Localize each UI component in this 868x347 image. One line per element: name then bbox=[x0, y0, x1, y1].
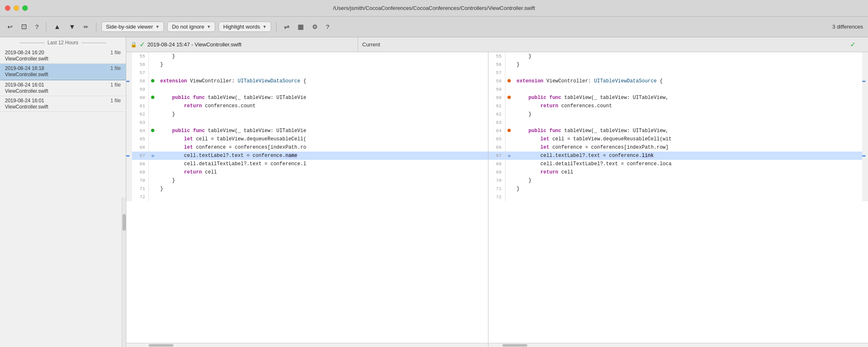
scroll-col bbox=[126, 143, 132, 152]
window-title: /Users/jsmith/CocoaConferences/CocoaConf… bbox=[333, 5, 535, 11]
minimize-button[interactable] bbox=[14, 5, 19, 11]
code-cell: } bbox=[513, 110, 862, 118]
close-button[interactable] bbox=[5, 5, 10, 11]
undo-button[interactable]: ↩ bbox=[5, 22, 15, 32]
line-num: 62 bbox=[488, 110, 505, 118]
check-mark-right: ✓ bbox=[850, 41, 856, 48]
scroll-col bbox=[862, 118, 868, 127]
scroll-col bbox=[862, 127, 868, 135]
table-row: 55 } bbox=[488, 52, 868, 60]
code-cell bbox=[157, 118, 488, 127]
scroll-col bbox=[126, 60, 132, 69]
edit-button[interactable]: ✏ bbox=[81, 22, 91, 32]
scroll-col bbox=[126, 127, 132, 135]
highlight-mode-dropdown[interactable]: Highlight words ▼ bbox=[219, 22, 271, 32]
sidebar-item-filename: ViewController.swift bbox=[5, 72, 121, 77]
diff-indicator-orange bbox=[507, 79, 511, 82]
right-code-table: 55 } 56 } bbox=[488, 52, 868, 201]
sidebar-item-date: 2019-08-24 16:01 bbox=[5, 98, 44, 104]
sidebar-item-date: 2019-08-24 16:18 bbox=[5, 65, 44, 71]
diff-indicator bbox=[151, 129, 154, 132]
left-code-table: 55 } 56 } bbox=[126, 52, 488, 201]
line-num: 66 bbox=[132, 143, 149, 152]
table-row: 68 cell.detailTextLabel?.text = conferen… bbox=[126, 160, 488, 168]
settings-button[interactable]: ⚙ bbox=[310, 22, 320, 32]
help-button[interactable]: ? bbox=[33, 22, 41, 32]
help2-button[interactable]: ? bbox=[323, 22, 332, 32]
code-cell: } bbox=[513, 52, 862, 60]
scroll-col bbox=[862, 143, 868, 152]
code-cell: } bbox=[513, 60, 862, 69]
maximize-button[interactable] bbox=[22, 5, 28, 11]
gutter bbox=[505, 160, 513, 168]
split-view-button[interactable]: ⇌ bbox=[281, 21, 292, 32]
content-area: 🔒 ✓ 2019-08-24 15:47 - ViewController.sw… bbox=[126, 37, 868, 347]
sidebar-item[interactable]: 2019-08-24 16:01 1 file ViewController.s… bbox=[0, 96, 126, 112]
gutter bbox=[149, 52, 157, 60]
line-num: 70 bbox=[132, 176, 149, 185]
gutter bbox=[505, 168, 513, 176]
line-num: 60 bbox=[132, 94, 149, 102]
file-header-bar: 🔒 ✓ 2019-08-24 15:47 - ViewController.sw… bbox=[126, 37, 868, 52]
line-num: 72 bbox=[488, 193, 505, 201]
line-num: 63 bbox=[132, 118, 149, 127]
gutter bbox=[149, 176, 157, 185]
scroll-col bbox=[126, 94, 132, 102]
gutter bbox=[149, 168, 157, 176]
window-controls bbox=[5, 5, 28, 11]
line-num: 65 bbox=[488, 135, 505, 143]
ignore-mode-arrow: ▼ bbox=[207, 24, 211, 29]
line-num: 70 bbox=[488, 176, 505, 185]
line-num: 56 bbox=[132, 60, 149, 69]
scroll-col bbox=[126, 102, 132, 110]
table-row: 62 } bbox=[488, 110, 868, 118]
ignore-mode-dropdown[interactable]: Do not ignore ▼ bbox=[167, 22, 215, 32]
gutter bbox=[149, 118, 157, 127]
code-cell: return conferences.count bbox=[513, 102, 862, 110]
table-row: 68 cell.detailTextLabel?.text = conferen… bbox=[488, 160, 868, 168]
sidebar-item[interactable]: 2019-08-24 16:20 1 file ViewController.s… bbox=[0, 48, 126, 64]
diff-indicator bbox=[151, 96, 154, 99]
code-cell: } bbox=[157, 52, 488, 60]
sidebar-item-count: 1 file bbox=[111, 50, 121, 55]
sidebar-item-selected[interactable]: 2019-08-24 16:18 1 file ViewController.s… bbox=[0, 64, 126, 80]
gutter bbox=[149, 77, 157, 85]
code-cell: cell.textLabel?.text = conference.name bbox=[157, 152, 488, 160]
code-cell: } bbox=[157, 176, 488, 185]
sidebar-item-count: 1 file bbox=[111, 65, 121, 71]
diff-indicator-orange bbox=[507, 129, 511, 132]
scroll-col bbox=[862, 52, 868, 60]
scroll-marker-blue bbox=[862, 155, 866, 157]
gutter bbox=[505, 127, 513, 135]
gutter bbox=[505, 118, 513, 127]
file-header-left: 🔒 ✓ 2019-08-24 15:47 - ViewController.sw… bbox=[126, 37, 358, 52]
columns-button[interactable]: ▦ bbox=[295, 21, 306, 32]
nav-up-button[interactable]: ▲ bbox=[51, 22, 63, 32]
table-row: 65 let cell = tableView.dequeueReusableC… bbox=[488, 135, 868, 143]
gutter bbox=[505, 60, 513, 69]
right-code-scroll[interactable]: 55 } 56 } bbox=[488, 52, 868, 343]
sidebar-item-filename: ViewController.swift bbox=[5, 56, 121, 62]
scroll-marker-blue bbox=[126, 155, 130, 157]
table-row: 59 bbox=[126, 85, 488, 94]
code-cell: extension ViewController: UITableViewDat… bbox=[157, 77, 488, 85]
sidebar-item[interactable]: 2019-08-24 16:01 1 file ViewController.s… bbox=[0, 80, 126, 96]
code-cell bbox=[157, 193, 488, 201]
left-code-scroll[interactable]: 55 } 56 } bbox=[126, 52, 488, 343]
gutter bbox=[505, 102, 513, 110]
table-row: 56 } bbox=[126, 60, 488, 69]
table-row: 60 public func tableView(_ tableView: UI… bbox=[126, 94, 488, 102]
code-cell: } bbox=[513, 185, 862, 193]
scroll-col bbox=[126, 168, 132, 176]
table-row: 63 bbox=[126, 118, 488, 127]
gutter bbox=[505, 77, 513, 85]
gutter bbox=[149, 85, 157, 94]
code-cell: public func tableView(_ tableView: UITab… bbox=[157, 94, 488, 102]
save-button[interactable]: ⊡ bbox=[19, 21, 29, 33]
table-row: 72 bbox=[488, 193, 868, 201]
code-cell: public func tableView(_ tableView: UITab… bbox=[513, 127, 862, 135]
viewer-mode-dropdown[interactable]: Side-by-side viewer ▼ bbox=[101, 22, 164, 32]
code-cell bbox=[513, 118, 862, 127]
table-row: 71 } bbox=[126, 185, 488, 193]
nav-down-button[interactable]: ▼ bbox=[66, 22, 78, 32]
